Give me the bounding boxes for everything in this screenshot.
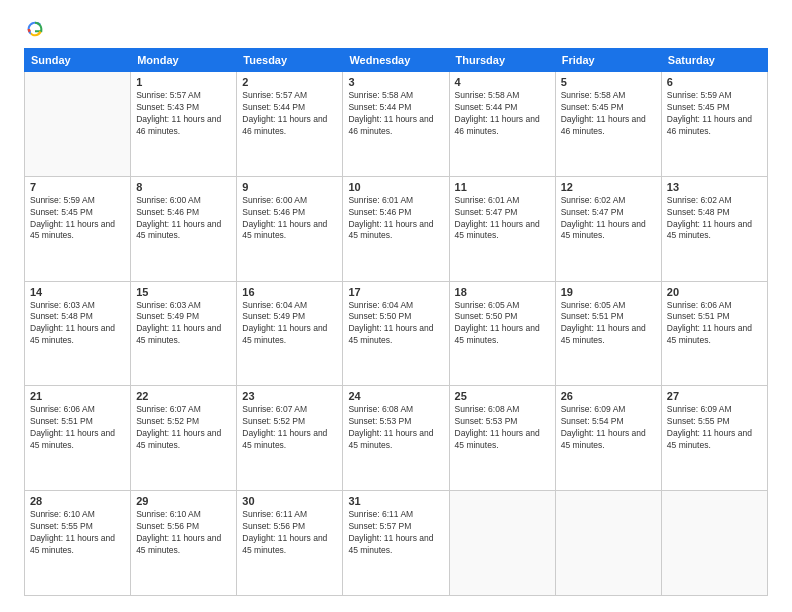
day-info: Sunrise: 5:58 AMSunset: 5:45 PMDaylight:…: [561, 90, 656, 138]
weekday-header-row: SundayMondayTuesdayWednesdayThursdayFrid…: [25, 49, 768, 72]
logo: [24, 20, 44, 38]
calendar-cell: 10Sunrise: 6:01 AMSunset: 5:46 PMDayligh…: [343, 176, 449, 281]
calendar-cell: 18Sunrise: 6:05 AMSunset: 5:50 PMDayligh…: [449, 281, 555, 386]
calendar-cell: 17Sunrise: 6:04 AMSunset: 5:50 PMDayligh…: [343, 281, 449, 386]
day-info: Sunrise: 5:59 AMSunset: 5:45 PMDaylight:…: [667, 90, 762, 138]
day-info: Sunrise: 6:08 AMSunset: 5:53 PMDaylight:…: [455, 404, 550, 452]
weekday-thursday: Thursday: [449, 49, 555, 72]
calendar-cell: 29Sunrise: 6:10 AMSunset: 5:56 PMDayligh…: [131, 491, 237, 596]
calendar-cell: 13Sunrise: 6:02 AMSunset: 5:48 PMDayligh…: [661, 176, 767, 281]
day-number: 19: [561, 286, 656, 298]
header: [24, 20, 768, 38]
day-info: Sunrise: 6:08 AMSunset: 5:53 PMDaylight:…: [348, 404, 443, 452]
day-number: 1: [136, 76, 231, 88]
day-info: Sunrise: 6:07 AMSunset: 5:52 PMDaylight:…: [136, 404, 231, 452]
day-info: Sunrise: 6:04 AMSunset: 5:49 PMDaylight:…: [242, 300, 337, 348]
calendar-cell: 14Sunrise: 6:03 AMSunset: 5:48 PMDayligh…: [25, 281, 131, 386]
day-number: 10: [348, 181, 443, 193]
day-number: 20: [667, 286, 762, 298]
day-number: 4: [455, 76, 550, 88]
calendar-cell: 4Sunrise: 5:58 AMSunset: 5:44 PMDaylight…: [449, 72, 555, 177]
calendar-cell: 1Sunrise: 5:57 AMSunset: 5:43 PMDaylight…: [131, 72, 237, 177]
day-info: Sunrise: 6:09 AMSunset: 5:55 PMDaylight:…: [667, 404, 762, 452]
calendar-cell: 31Sunrise: 6:11 AMSunset: 5:57 PMDayligh…: [343, 491, 449, 596]
day-info: Sunrise: 6:04 AMSunset: 5:50 PMDaylight:…: [348, 300, 443, 348]
day-number: 13: [667, 181, 762, 193]
calendar-cell: 22Sunrise: 6:07 AMSunset: 5:52 PMDayligh…: [131, 386, 237, 491]
day-number: 17: [348, 286, 443, 298]
calendar-week-4: 21Sunrise: 6:06 AMSunset: 5:51 PMDayligh…: [25, 386, 768, 491]
day-info: Sunrise: 5:58 AMSunset: 5:44 PMDaylight:…: [348, 90, 443, 138]
day-number: 14: [30, 286, 125, 298]
calendar-cell: 19Sunrise: 6:05 AMSunset: 5:51 PMDayligh…: [555, 281, 661, 386]
day-info: Sunrise: 6:02 AMSunset: 5:47 PMDaylight:…: [561, 195, 656, 243]
calendar-cell: [449, 491, 555, 596]
day-number: 16: [242, 286, 337, 298]
calendar-cell: 3Sunrise: 5:58 AMSunset: 5:44 PMDaylight…: [343, 72, 449, 177]
calendar-cell: 7Sunrise: 5:59 AMSunset: 5:45 PMDaylight…: [25, 176, 131, 281]
day-number: 9: [242, 181, 337, 193]
day-info: Sunrise: 5:57 AMSunset: 5:43 PMDaylight:…: [136, 90, 231, 138]
day-number: 22: [136, 390, 231, 402]
weekday-wednesday: Wednesday: [343, 49, 449, 72]
day-info: Sunrise: 6:01 AMSunset: 5:46 PMDaylight:…: [348, 195, 443, 243]
calendar-week-3: 14Sunrise: 6:03 AMSunset: 5:48 PMDayligh…: [25, 281, 768, 386]
calendar-cell: 26Sunrise: 6:09 AMSunset: 5:54 PMDayligh…: [555, 386, 661, 491]
day-number: 6: [667, 76, 762, 88]
calendar-cell: 6Sunrise: 5:59 AMSunset: 5:45 PMDaylight…: [661, 72, 767, 177]
calendar-cell: 21Sunrise: 6:06 AMSunset: 5:51 PMDayligh…: [25, 386, 131, 491]
calendar-cell: 23Sunrise: 6:07 AMSunset: 5:52 PMDayligh…: [237, 386, 343, 491]
calendar-cell: 2Sunrise: 5:57 AMSunset: 5:44 PMDaylight…: [237, 72, 343, 177]
logo-icon: [26, 20, 44, 38]
day-number: 23: [242, 390, 337, 402]
day-info: Sunrise: 6:05 AMSunset: 5:51 PMDaylight:…: [561, 300, 656, 348]
calendar-cell: 27Sunrise: 6:09 AMSunset: 5:55 PMDayligh…: [661, 386, 767, 491]
calendar-cell: 30Sunrise: 6:11 AMSunset: 5:56 PMDayligh…: [237, 491, 343, 596]
day-info: Sunrise: 6:09 AMSunset: 5:54 PMDaylight:…: [561, 404, 656, 452]
day-number: 11: [455, 181, 550, 193]
day-info: Sunrise: 6:06 AMSunset: 5:51 PMDaylight:…: [30, 404, 125, 452]
day-info: Sunrise: 6:00 AMSunset: 5:46 PMDaylight:…: [242, 195, 337, 243]
calendar-cell: 11Sunrise: 6:01 AMSunset: 5:47 PMDayligh…: [449, 176, 555, 281]
calendar-cell: 8Sunrise: 6:00 AMSunset: 5:46 PMDaylight…: [131, 176, 237, 281]
day-number: 31: [348, 495, 443, 507]
calendar-cell: 28Sunrise: 6:10 AMSunset: 5:55 PMDayligh…: [25, 491, 131, 596]
day-number: 29: [136, 495, 231, 507]
calendar-cell: [661, 491, 767, 596]
day-number: 25: [455, 390, 550, 402]
day-info: Sunrise: 5:59 AMSunset: 5:45 PMDaylight:…: [30, 195, 125, 243]
day-info: Sunrise: 6:00 AMSunset: 5:46 PMDaylight:…: [136, 195, 231, 243]
calendar-week-2: 7Sunrise: 5:59 AMSunset: 5:45 PMDaylight…: [25, 176, 768, 281]
calendar-cell: 25Sunrise: 6:08 AMSunset: 5:53 PMDayligh…: [449, 386, 555, 491]
calendar-cell: 24Sunrise: 6:08 AMSunset: 5:53 PMDayligh…: [343, 386, 449, 491]
day-number: 18: [455, 286, 550, 298]
day-number: 27: [667, 390, 762, 402]
day-number: 7: [30, 181, 125, 193]
weekday-monday: Monday: [131, 49, 237, 72]
day-number: 8: [136, 181, 231, 193]
day-info: Sunrise: 5:58 AMSunset: 5:44 PMDaylight:…: [455, 90, 550, 138]
day-info: Sunrise: 6:11 AMSunset: 5:56 PMDaylight:…: [242, 509, 337, 557]
calendar-cell: 15Sunrise: 6:03 AMSunset: 5:49 PMDayligh…: [131, 281, 237, 386]
calendar-week-5: 28Sunrise: 6:10 AMSunset: 5:55 PMDayligh…: [25, 491, 768, 596]
calendar-week-1: 1Sunrise: 5:57 AMSunset: 5:43 PMDaylight…: [25, 72, 768, 177]
calendar-cell: 5Sunrise: 5:58 AMSunset: 5:45 PMDaylight…: [555, 72, 661, 177]
calendar-cell: 20Sunrise: 6:06 AMSunset: 5:51 PMDayligh…: [661, 281, 767, 386]
calendar-cell: 16Sunrise: 6:04 AMSunset: 5:49 PMDayligh…: [237, 281, 343, 386]
day-number: 26: [561, 390, 656, 402]
day-info: Sunrise: 6:03 AMSunset: 5:48 PMDaylight:…: [30, 300, 125, 348]
day-info: Sunrise: 6:05 AMSunset: 5:50 PMDaylight:…: [455, 300, 550, 348]
calendar-cell: [555, 491, 661, 596]
weekday-sunday: Sunday: [25, 49, 131, 72]
day-number: 24: [348, 390, 443, 402]
calendar-cell: 9Sunrise: 6:00 AMSunset: 5:46 PMDaylight…: [237, 176, 343, 281]
day-info: Sunrise: 6:10 AMSunset: 5:55 PMDaylight:…: [30, 509, 125, 557]
calendar-cell: [25, 72, 131, 177]
day-info: Sunrise: 6:11 AMSunset: 5:57 PMDaylight:…: [348, 509, 443, 557]
day-info: Sunrise: 5:57 AMSunset: 5:44 PMDaylight:…: [242, 90, 337, 138]
day-info: Sunrise: 6:06 AMSunset: 5:51 PMDaylight:…: [667, 300, 762, 348]
page: SundayMondayTuesdayWednesdayThursdayFrid…: [0, 0, 792, 612]
day-info: Sunrise: 6:03 AMSunset: 5:49 PMDaylight:…: [136, 300, 231, 348]
weekday-saturday: Saturday: [661, 49, 767, 72]
day-number: 12: [561, 181, 656, 193]
